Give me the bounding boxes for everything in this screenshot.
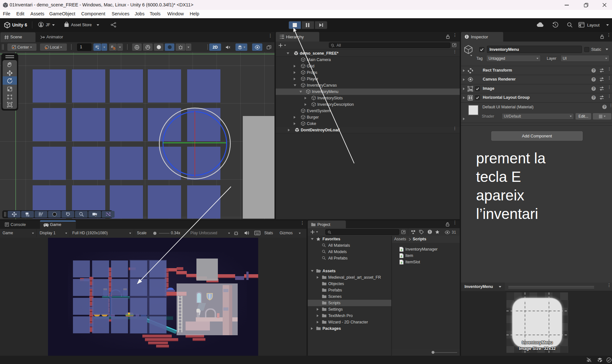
svg-text:#: #	[401, 261, 402, 265]
svg-text:#: #	[401, 249, 402, 252]
svg-text:?: ?	[592, 69, 594, 72]
svg-text:?: ?	[603, 105, 605, 109]
svg-text:?: ?	[592, 87, 594, 90]
svg-text:Y: Y	[97, 47, 99, 50]
svg-text:?: ?	[592, 78, 594, 81]
svg-text:?: ?	[592, 96, 594, 99]
svg-text:#: #	[401, 255, 402, 258]
